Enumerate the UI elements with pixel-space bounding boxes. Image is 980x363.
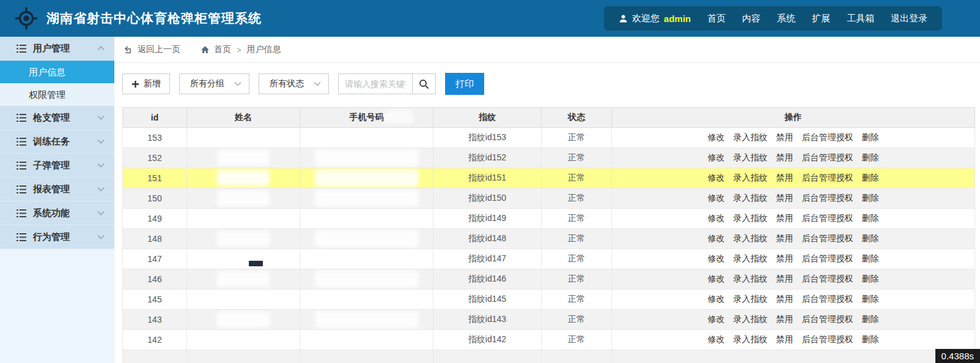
action-enroll-fingerprint[interactable]: 录入指纹 (734, 274, 768, 285)
nav-extend[interactable]: 扩展 (812, 13, 830, 24)
action-delete[interactable]: 删除 (862, 213, 879, 224)
add-button[interactable]: 新增 (122, 73, 170, 94)
action-modify[interactable]: 修改 (708, 253, 725, 264)
cell-name (187, 128, 300, 148)
action-admin-authorize[interactable]: 后台管理授权 (802, 294, 853, 305)
action-disable[interactable]: 禁用 (776, 152, 794, 163)
sidebar-group-user-mgmt[interactable]: 用户管理 (0, 37, 114, 61)
action-enroll-fingerprint[interactable]: 录入指纹 (734, 193, 768, 204)
action-delete[interactable]: 删除 (862, 274, 879, 285)
action-enroll-fingerprint[interactable]: 录入指纹 (734, 152, 768, 163)
action-delete[interactable]: 删除 (862, 152, 879, 163)
cell-id: 148 (123, 229, 187, 249)
search-input[interactable] (338, 73, 413, 94)
print-button[interactable]: 打印 (445, 73, 484, 95)
action-modify[interactable]: 修改 (708, 233, 725, 244)
action-admin-authorize[interactable]: 后台管理授权 (802, 334, 853, 345)
back-link[interactable]: 返回上一页 (124, 44, 180, 55)
action-admin-authorize[interactable]: 后台管理授权 (802, 274, 853, 285)
cell-operations: 修改 录入指纹 禁用 后台管理授权 删除 (612, 148, 975, 168)
sidebar-group-report-mgmt[interactable]: 报表管理 (0, 178, 114, 201)
action-enroll-fingerprint[interactable]: 录入指纹 (734, 294, 768, 305)
action-disable[interactable]: 禁用 (776, 274, 794, 285)
search-button[interactable] (413, 73, 436, 94)
action-delete[interactable]: 删除 (862, 193, 879, 204)
action-disable[interactable]: 禁用 (776, 334, 794, 345)
action-modify[interactable]: 修改 (708, 274, 725, 285)
cell-status: 正常 (542, 249, 612, 269)
redaction-smudge (217, 211, 270, 226)
action-modify[interactable]: 修改 (708, 314, 725, 325)
action-enroll-fingerprint[interactable]: 录入指纹 (734, 132, 768, 143)
action-delete[interactable]: 删除 (862, 132, 879, 143)
nav-content[interactable]: 内容 (742, 13, 761, 24)
action-disable[interactable]: 禁用 (776, 193, 794, 204)
cell-name (187, 290, 300, 310)
action-disable[interactable]: 禁用 (776, 213, 794, 224)
cell-operations: 修改 录入指纹 禁用 后台管理授权 删除 (612, 189, 975, 209)
action-admin-authorize[interactable]: 后台管理授权 (802, 173, 853, 184)
nav-system[interactable]: 系统 (777, 13, 795, 24)
table-row: 147 指纹id147 正常 修改 录入指纹 禁用 后台管理授权 删除 (123, 249, 975, 269)
action-modify[interactable]: 修改 (708, 132, 725, 143)
action-admin-authorize[interactable]: 后台管理授权 (802, 253, 853, 264)
action-enroll-fingerprint[interactable]: 录入指纹 (734, 253, 768, 264)
action-delete[interactable]: 删除 (862, 233, 879, 244)
action-enroll-fingerprint[interactable]: 录入指纹 (734, 213, 768, 224)
action-modify[interactable]: 修改 (708, 152, 725, 163)
nav-toolbox[interactable]: 工具箱 (847, 13, 874, 24)
action-disable[interactable]: 禁用 (776, 233, 794, 244)
action-modify[interactable]: 修改 (708, 294, 725, 305)
group-filter-dropdown[interactable]: 所有分组 (179, 73, 249, 94)
action-admin-authorize[interactable]: 后台管理授权 (802, 132, 853, 143)
action-delete[interactable]: 删除 (862, 294, 879, 305)
cell-status: 正常 (542, 209, 612, 229)
sidebar-item-permission-mgmt[interactable]: 权限管理 (0, 83, 114, 106)
action-disable[interactable]: 禁用 (776, 132, 794, 143)
cell-status: 正常 (542, 310, 612, 330)
action-delete[interactable]: 删除 (862, 334, 879, 345)
row-actions: 修改 录入指纹 禁用 后台管理授权 删除 (612, 314, 974, 325)
action-modify[interactable]: 修改 (708, 334, 725, 345)
cell-fingerprint: 指纹id153 (433, 128, 542, 148)
action-delete[interactable]: 删除 (862, 314, 879, 325)
action-enroll-fingerprint[interactable]: 录入指纹 (734, 334, 768, 345)
sidebar-group-training-task[interactable]: 训练任务 (0, 130, 114, 154)
table-row: 143 指纹id143 正常 修改 录入指纹 禁用 后台管理授权 删除 (123, 310, 975, 330)
nav-logout[interactable]: 退出登录 (891, 13, 927, 24)
action-modify[interactable]: 修改 (708, 173, 725, 184)
action-modify[interactable]: 修改 (708, 213, 725, 224)
action-disable[interactable]: 禁用 (776, 294, 794, 305)
sidebar-group-gun-mgmt[interactable]: 枪支管理 (0, 106, 114, 130)
action-admin-authorize[interactable]: 后台管理授权 (802, 314, 853, 325)
redaction-smudge (217, 170, 270, 186)
action-disable[interactable]: 禁用 (776, 253, 794, 264)
username[interactable]: admin (664, 13, 691, 24)
action-disable[interactable]: 禁用 (776, 314, 794, 325)
cell-fingerprint: 指纹id146 (433, 269, 542, 290)
nav-home[interactable]: 首页 (707, 13, 726, 24)
row-actions: 修改 录入指纹 禁用 后台管理授权 删除 (612, 233, 974, 244)
action-admin-authorize[interactable]: 后台管理授权 (802, 233, 853, 244)
action-disable[interactable]: 禁用 (776, 173, 794, 184)
action-modify[interactable]: 修改 (708, 193, 725, 204)
breadcrumb-home[interactable]: 首页 (201, 44, 231, 55)
sidebar-item-user-info[interactable]: 用户信息 (0, 61, 114, 83)
action-admin-authorize[interactable]: 后台管理授权 (802, 213, 853, 224)
status-filter-dropdown[interactable]: 所有状态 (259, 73, 329, 94)
action-enroll-fingerprint[interactable]: 录入指纹 (734, 314, 768, 325)
group-filter-value: 所有分组 (190, 78, 224, 89)
cell-operations: 修改 录入指纹 禁用 后台管理授权 删除 (612, 310, 975, 330)
table-row: 145 指纹id145 正常 修改 录入指纹 禁用 后台管理授权 删除 (123, 290, 975, 310)
sidebar-group-behavior-mgmt[interactable]: 行为管理 (0, 225, 114, 249)
action-enroll-fingerprint[interactable]: 录入指纹 (734, 233, 768, 244)
action-admin-authorize[interactable]: 后台管理授权 (802, 193, 853, 204)
action-admin-authorize[interactable]: 后台管理授权 (802, 152, 853, 163)
action-delete[interactable]: 删除 (862, 173, 879, 184)
sidebar-group-system-function[interactable]: 系统功能 (0, 201, 114, 225)
action-enroll-fingerprint[interactable]: 录入指纹 (734, 173, 768, 184)
cell-id: 150 (123, 189, 187, 209)
action-delete[interactable]: 删除 (862, 253, 879, 264)
sidebar-group-label: 训练任务 (33, 136, 97, 148)
sidebar-group-ammo-mgmt[interactable]: 子弹管理 (0, 154, 114, 178)
